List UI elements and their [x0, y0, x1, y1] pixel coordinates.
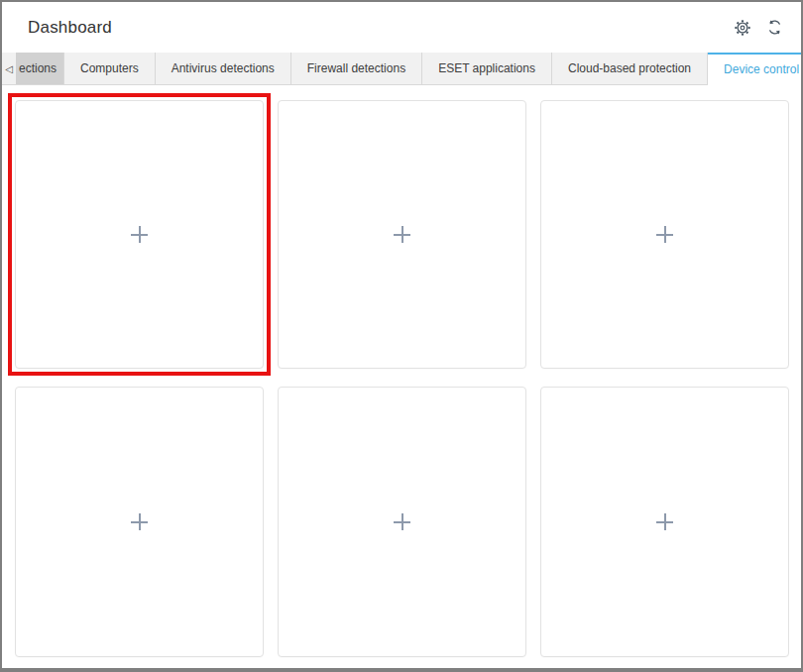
tab-computers[interactable]: Computers	[64, 53, 156, 84]
add-widget-icon	[656, 513, 673, 530]
page-title: Dashboard	[28, 18, 112, 38]
add-widget-icon	[656, 226, 673, 243]
tab-label: Computers	[80, 61, 139, 75]
settings-gear-icon[interactable]	[728, 13, 757, 43]
widget-slot-4	[15, 387, 264, 657]
tab-firewall-detections[interactable]: Firewall detections	[291, 53, 422, 84]
dashboard-window: Dashboard	[0, 0, 803, 672]
widget-grid	[2, 85, 801, 670]
refresh-icon[interactable]	[759, 13, 789, 43]
add-widget-icon	[131, 226, 148, 243]
empty-widget-tile[interactable]	[15, 387, 264, 657]
add-widget-icon	[394, 513, 410, 530]
empty-widget-tile[interactable]	[540, 100, 789, 369]
tab-device-control[interactable]: Device control	[708, 53, 803, 85]
tab-label: Device control	[724, 62, 799, 76]
tab-detections-partial[interactable]: ections	[16, 53, 64, 84]
tab-label: Firewall detections	[307, 61, 405, 75]
tab-label: Antivirus detections	[172, 61, 275, 75]
empty-widget-tile[interactable]	[15, 100, 264, 369]
widget-slot-3	[540, 100, 789, 369]
empty-widget-tile[interactable]	[540, 387, 789, 657]
tab-label: ESET applications	[438, 61, 535, 75]
empty-widget-tile[interactable]	[278, 387, 526, 657]
header: Dashboard	[2, 2, 801, 53]
empty-widget-tile[interactable]	[278, 100, 526, 369]
widget-slot-1	[15, 100, 264, 369]
add-widget-icon	[394, 226, 410, 243]
scroll-tabs-left-icon[interactable]: ◁	[2, 53, 16, 84]
widget-slot-5	[278, 387, 526, 657]
dashboard-tabbar: ◁ ections Computers Antivirus detections…	[2, 53, 801, 85]
widget-slot-6	[540, 387, 789, 657]
tab-eset-applications[interactable]: ESET applications	[422, 53, 552, 84]
tab-cloud-based-protection[interactable]: Cloud-based protection	[552, 53, 708, 84]
tab-label: Cloud-based protection	[568, 61, 691, 75]
tab-label: ections	[19, 61, 57, 75]
tab-antivirus-detections[interactable]: Antivirus detections	[156, 53, 291, 84]
add-widget-icon	[131, 513, 148, 530]
widget-slot-2	[278, 100, 526, 369]
